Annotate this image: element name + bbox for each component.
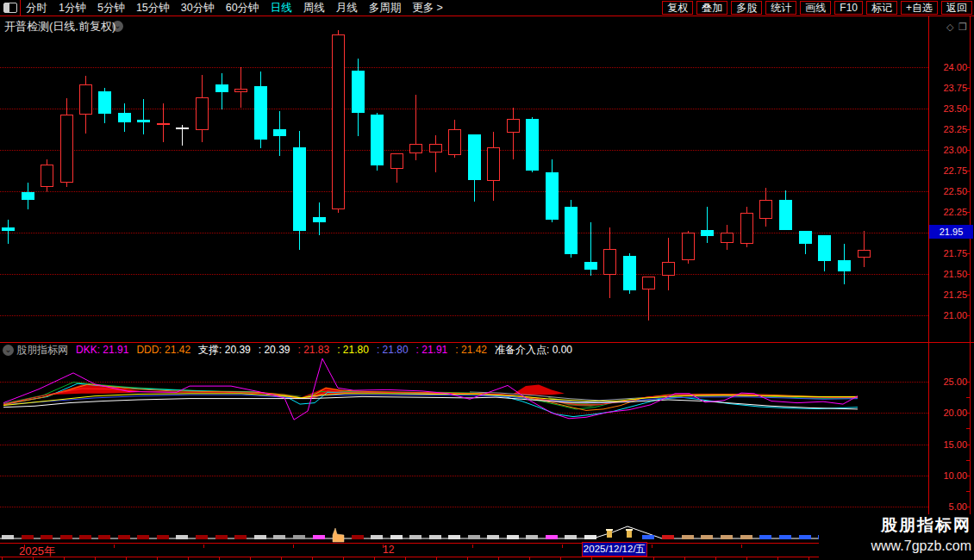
indicator-value: DKK: 21.91 <box>76 344 128 357</box>
panel-toggle-icon[interactable]: ❒ <box>958 22 967 32</box>
toolbar-复权[interactable]: 复权 <box>662 1 693 15</box>
signal-marker <box>448 535 460 539</box>
indicator-value: 准备介入点: 0.00 <box>495 344 572 357</box>
signal-marker <box>799 535 811 539</box>
tab-分时[interactable]: 分时 <box>26 0 47 16</box>
watermark: 股朋指标网 www.7gpzb.com <box>819 514 974 560</box>
month-tick <box>203 544 204 548</box>
signal-marker <box>60 535 72 539</box>
indicator-value: : 21.83 <box>297 344 329 357</box>
toolbar-F10[interactable]: F10 <box>834 1 863 15</box>
signal-marker <box>759 535 771 539</box>
signal-marker <box>313 535 325 539</box>
indicator-value: : 21.80 <box>337 344 369 357</box>
signal-marker <box>662 535 674 539</box>
tab-日线[interactable]: 日线 <box>271 0 292 16</box>
month-label: 12 <box>383 544 394 556</box>
month-tick <box>472 544 473 548</box>
toolbar-返回[interactable]: 返回 <box>941 1 972 15</box>
tab-周线[interactable]: 周线 <box>303 0 325 16</box>
signal-marker <box>429 535 441 539</box>
signal-marker <box>215 535 228 539</box>
indicator-value: DDD: 21.42 <box>136 344 190 357</box>
menu-divider <box>20 0 21 16</box>
tab-多周期[interactable]: 多周期 <box>369 0 402 16</box>
toolbar-buttons: 复权叠加多股统计画线F10标记+自选返回 <box>662 1 972 15</box>
watermark-site-name: 股朋指标网 <box>819 514 971 537</box>
indicator-fill <box>47 385 142 395</box>
gold-marker-icon <box>627 530 632 538</box>
watermark-url: www.7gpzb.com <box>819 537 971 556</box>
signal-marker <box>701 535 713 539</box>
signal-marker <box>390 535 403 539</box>
signal-marker <box>234 535 247 539</box>
indicator-value: : 21.80 <box>377 344 409 357</box>
indicator-line-magenta <box>3 358 858 420</box>
month-tick <box>293 544 294 548</box>
toolbar-多股[interactable]: 多股 <box>731 1 762 15</box>
signal-marker <box>79 535 91 539</box>
indicator-lines <box>0 0 974 560</box>
tab-5分钟[interactable]: 5分钟 <box>97 0 125 16</box>
indicator-value: : 21.42 <box>455 344 487 357</box>
gold-marker-icon <box>607 530 612 538</box>
signal-marker <box>41 535 53 539</box>
signal-marker <box>779 535 791 539</box>
tab-更多 >[interactable]: 更多 > <box>412 0 443 16</box>
toolbar-统计[interactable]: 统计 <box>765 1 796 15</box>
signal-marker <box>22 535 34 539</box>
toolbar-+自选[interactable]: +自选 <box>901 1 938 15</box>
signal-marker <box>740 535 752 539</box>
signal-marker <box>176 535 188 539</box>
signal-marker <box>273 535 285 539</box>
signal-marker <box>352 535 364 539</box>
month-tick <box>741 544 742 548</box>
signal-marker <box>293 535 305 539</box>
signal-marker <box>507 535 519 539</box>
toolbar-标记[interactable]: 标记 <box>866 1 897 15</box>
signal-marker <box>565 535 577 539</box>
signal-marker <box>196 535 208 539</box>
signal-marker <box>682 535 694 539</box>
toolbar-画线[interactable]: 画线 <box>800 1 831 15</box>
signal-marker <box>2 535 14 539</box>
tab-60分钟[interactable]: 60分钟 <box>226 0 259 16</box>
signal-marker <box>642 535 654 539</box>
signal-marker <box>409 535 421 539</box>
month-tick <box>24 544 25 548</box>
window-layout-icon[interactable] <box>3 3 17 13</box>
crosshair-date-badge: 2025/12/12/五 <box>582 542 647 557</box>
diamond-icon[interactable]: ◇ <box>946 22 953 32</box>
tab-月线[interactable]: 月线 <box>336 0 358 16</box>
top-menu-bar: 分时1分钟5分钟15分钟30分钟60分钟日线周线月线多周期更多 > 复权叠加多股… <box>0 0 974 16</box>
gold-marker-icon <box>606 529 613 531</box>
indicator-value: : 21.91 <box>416 344 448 357</box>
month-tick <box>562 544 563 548</box>
tab-30分钟[interactable]: 30分钟 <box>181 0 215 16</box>
signal-marker <box>157 535 169 539</box>
indicator-value: : 20.39 <box>259 344 290 357</box>
signal-marker <box>98 535 110 539</box>
signal-marker <box>254 535 266 539</box>
tab-15分钟[interactable]: 15分钟 <box>136 0 170 16</box>
chart-title: 开普检测(日线.前复权) <box>4 19 116 34</box>
month-tick <box>114 544 115 548</box>
signal-marker <box>118 535 130 539</box>
month-tick <box>652 544 652 548</box>
signal-marker <box>721 535 733 539</box>
app-window: 分时1分钟5分钟15分钟30分钟60分钟日线周线月线多周期更多 > 复权叠加多股… <box>0 0 974 560</box>
signal-marker <box>137 535 149 539</box>
gold-marker-icon <box>626 529 633 531</box>
signal-marker <box>584 535 596 539</box>
period-tabs: 分时1分钟5分钟15分钟30分钟60分钟日线周线月线多周期更多 > <box>26 0 443 16</box>
indicator-source-label[interactable]: 股朋指标网 <box>16 344 68 357</box>
signal-marker <box>468 535 480 539</box>
month-tick <box>383 544 384 548</box>
signal-marker <box>546 535 558 539</box>
hand-cursor-icon <box>333 528 344 542</box>
indicator-fill <box>513 385 565 395</box>
indicator-value-row: 股朋指标网 DKK: 21.91DDD: 21.42支撑: 20.39: 20.… <box>16 344 572 357</box>
tab-1分钟[interactable]: 1分钟 <box>59 0 86 16</box>
toolbar-叠加[interactable]: 叠加 <box>696 1 727 15</box>
signal-marker <box>487 535 499 539</box>
